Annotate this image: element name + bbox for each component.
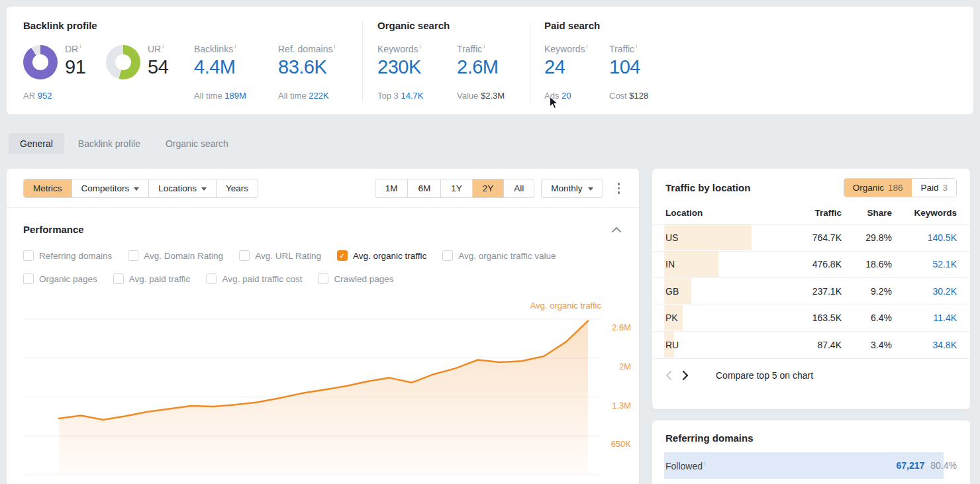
- metric-checkbox[interactable]: ✓Avg. URL Rating: [239, 250, 321, 261]
- paid-keywords-value[interactable]: 24: [544, 56, 587, 78]
- location-share: 9.2%: [842, 286, 892, 297]
- location-row: US764.7K29.8%140.5K: [652, 224, 970, 252]
- location-traffic: 87.4K: [781, 340, 842, 350]
- location-code: US: [665, 232, 781, 243]
- ar-value-link[interactable]: 952: [38, 91, 52, 101]
- organic-paid-toggle: Organic186 Paid3: [844, 178, 957, 197]
- cost-value-amount: $128: [629, 91, 648, 101]
- top3-value-link[interactable]: 14.7K: [401, 91, 423, 101]
- metric-checkbox[interactable]: ✓Organic pages: [23, 273, 97, 284]
- performance-title: Performance: [23, 224, 84, 235]
- chart-area-fill: [59, 321, 588, 475]
- next-page-icon[interactable]: [683, 369, 700, 382]
- traffic-by-location-card: Traffic by location Organic186 Paid3 Loc…: [652, 169, 970, 409]
- range-2y-button[interactable]: 2Y: [473, 179, 505, 197]
- metric-checkbox[interactable]: ✓Crawled pages: [318, 273, 393, 284]
- organic-traffic-label: Traffici: [457, 43, 498, 54]
- y-tick-label: 2M: [619, 362, 631, 371]
- backlinks-alltime-link[interactable]: 189M: [224, 91, 246, 101]
- location-share: 29.8%: [842, 232, 892, 243]
- location-table-footer: Compare top 5 on chart: [652, 359, 970, 392]
- location-keywords-link[interactable]: 34.8K: [892, 340, 957, 350]
- location-keywords-link[interactable]: 140.5K: [892, 232, 957, 243]
- info-icon: i: [234, 43, 236, 50]
- backlink-profile-title: Backlink profile: [23, 20, 97, 31]
- info-icon: i: [419, 43, 420, 50]
- traffic-by-location-title: Traffic by location: [665, 182, 750, 193]
- location-traffic: 163.5K: [781, 313, 842, 323]
- chevron-down-icon: [588, 187, 593, 191]
- column-traffic: Traffic: [781, 208, 842, 218]
- ref-domains-value[interactable]: 83.6K: [278, 56, 335, 78]
- chevron-down-icon: [134, 187, 139, 191]
- followed-value-link[interactable]: 67,217: [896, 460, 924, 471]
- ar-line: AR 952: [23, 91, 52, 101]
- organic-traffic-value[interactable]: 2.6M: [457, 56, 498, 78]
- location-code: PK: [665, 313, 781, 323]
- range-button-group: 1M 6M 1Y 2Y All: [375, 179, 535, 198]
- info-icon: i: [483, 43, 485, 50]
- paid-traffic-value[interactable]: 104: [609, 56, 640, 78]
- y-tick-label: 1.3M: [612, 401, 631, 411]
- organic-search-title: Organic search: [377, 20, 450, 31]
- info-icon: i: [79, 43, 81, 50]
- collapse-chevron-icon[interactable]: [611, 222, 622, 236]
- ref-domains-alltime-link[interactable]: 222K: [309, 91, 328, 101]
- metric-checkboxes: ✓Referring domains ✓Avg. Domain Rating ✓…: [7, 236, 639, 284]
- backlinks-label: Backlinksi: [194, 43, 236, 54]
- organic-keywords-value[interactable]: 230K: [377, 56, 421, 78]
- location-table-body: US764.7K29.8%140.5KIN476.8K18.6%52.1KGB2…: [652, 224, 970, 359]
- competitors-button[interactable]: Competitors: [72, 179, 150, 197]
- location-code: GB: [665, 286, 781, 297]
- y-tick-label: 650K: [611, 439, 632, 449]
- location-share: 18.6%: [842, 259, 892, 269]
- metric-checkbox[interactable]: ✓Avg. organic traffic value: [442, 250, 556, 261]
- range-1m-button[interactable]: 1M: [375, 179, 409, 197]
- organic-tab[interactable]: Organic186: [844, 179, 912, 197]
- prev-page-icon[interactable]: [665, 369, 683, 382]
- column-share: Share: [842, 208, 892, 218]
- organic-keywords-label: Keywordsi: [377, 43, 421, 54]
- metric-checkbox[interactable]: ✓Avg. paid traffic: [113, 273, 191, 284]
- organic-traffic-chart[interactable]: Avg. organic traffic 2.6M2M1.3M650K: [7, 295, 639, 484]
- range-6m-button[interactable]: 6M: [408, 179, 441, 197]
- chart-legend[interactable]: Avg. organic traffic: [530, 301, 601, 311]
- metric-checkbox[interactable]: ✓Avg. organic traffic: [337, 250, 426, 261]
- area-chart-svg: 2.6M2M1.3M650K: [7, 295, 639, 484]
- metric-checkbox[interactable]: ✓Avg. Domain Rating: [128, 250, 223, 261]
- performance-card: Metrics Competitors Locations Years 1M 6…: [7, 169, 639, 484]
- metric-checkbox[interactable]: ✓Avg. paid traffic cost: [206, 273, 302, 284]
- tab-organic-search[interactable]: Organic search: [154, 133, 240, 154]
- years-button[interactable]: Years: [217, 179, 258, 197]
- followed-label: Followedi: [665, 460, 896, 471]
- organic-top3: Top 3 14.7K: [377, 91, 423, 101]
- range-all-button[interactable]: All: [504, 179, 534, 197]
- locations-button[interactable]: Locations: [149, 179, 217, 197]
- dr-label: DRi: [65, 43, 85, 54]
- location-code: RU: [665, 340, 781, 350]
- ads-value-link[interactable]: 20: [562, 91, 571, 101]
- location-keywords-link[interactable]: 52.1K: [892, 259, 957, 269]
- dr-donut-chart: [23, 45, 58, 79]
- info-icon: i: [334, 43, 335, 50]
- location-share: 3.4%: [842, 340, 892, 350]
- ur-label: URi: [148, 43, 168, 54]
- tab-general[interactable]: General: [9, 133, 64, 154]
- compare-top5-link[interactable]: Compare top 5 on chart: [716, 370, 813, 381]
- paid-tab[interactable]: Paid3: [912, 179, 956, 197]
- checkbox-icon: ✓: [337, 250, 348, 261]
- location-row: RU87.4K3.4%34.8K: [652, 332, 970, 359]
- checkbox-icon: ✓: [206, 273, 217, 284]
- backlinks-value[interactable]: 4.4M: [194, 56, 236, 78]
- checkbox-icon: ✓: [239, 250, 250, 261]
- range-1y-button[interactable]: 1Y: [441, 179, 473, 197]
- location-keywords-link[interactable]: 30.2K: [892, 286, 957, 297]
- tab-backlink-profile[interactable]: Backlink profile: [67, 133, 152, 154]
- location-keywords-link[interactable]: 11.4K: [892, 313, 957, 323]
- followed-percent: 80.4%: [930, 460, 957, 471]
- granularity-dropdown[interactable]: Monthly: [541, 179, 603, 198]
- kebab-menu-icon[interactable]: [615, 180, 623, 197]
- metrics-button[interactable]: Metrics: [24, 179, 72, 197]
- metric-checkbox[interactable]: ✓Referring domains: [23, 250, 112, 261]
- paid-traffic-label: Traffici: [609, 43, 640, 54]
